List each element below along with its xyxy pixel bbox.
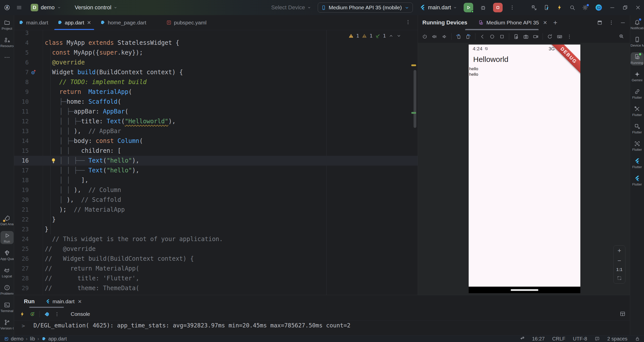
emulator-screen[interactable]: 4:24 3G Helloworld hellohello DEBUG xyxy=(469,45,580,293)
inspections-widget[interactable]: 1 1 1 xyxy=(348,33,401,39)
code-line-14[interactable]: 14 │ ├─body: const Column( xyxy=(14,136,418,146)
code-line-4[interactable]: 4class MyApp extends StatelessWidget { xyxy=(14,38,418,48)
gemini-disabled-icon[interactable] xyxy=(519,336,525,341)
code-line-19[interactable]: 19 │ │ ), // Column xyxy=(14,185,418,195)
code-editor[interactable]: 34class MyApp extends StatelessWidget {5… xyxy=(14,30,418,295)
console-chevron[interactable]: > xyxy=(22,323,25,329)
back-icon[interactable] xyxy=(479,34,485,40)
panel-layout-icon[interactable] xyxy=(597,20,603,26)
fit-to-window-button[interactable] xyxy=(617,276,622,282)
breadcrumb-lib[interactable]: lib xyxy=(30,336,35,342)
breadcrumb-app.dart[interactable]: app.dart xyxy=(42,336,67,342)
tool-app-quality-insights[interactable]: App Quality Insights xyxy=(1,248,14,261)
tool-flutter[interactable]: Flutter xyxy=(631,122,644,135)
code-line-21[interactable]: 21 ); // MaterialApp xyxy=(14,205,418,215)
overview-icon[interactable] xyxy=(499,34,505,40)
hot-reload-icon[interactable] xyxy=(19,311,25,317)
volume-up-icon[interactable] xyxy=(432,34,437,40)
tool-resources[interactable]: Resources xyxy=(1,35,14,49)
volume-down-icon[interactable] xyxy=(441,34,447,40)
code-line-20[interactable]: 20 │ ), // Scaffold xyxy=(14,195,418,205)
screenshot-icon[interactable] xyxy=(523,34,529,40)
project-widget[interactable]: D demo xyxy=(28,2,66,13)
more-actions-icon[interactable] xyxy=(509,5,515,11)
panel-options-icon[interactable] xyxy=(608,20,614,26)
override-gutter-icon[interactable] xyxy=(30,69,36,75)
prev-problem-icon[interactable] xyxy=(388,33,394,39)
tool-run[interactable]: Run xyxy=(1,231,14,244)
add-device-icon[interactable]: + xyxy=(553,19,557,27)
tool-version-control[interactable]: Version Control xyxy=(1,318,14,331)
dart-icon[interactable] xyxy=(44,311,50,317)
line-ending[interactable]: CRLF xyxy=(552,336,565,342)
cursor-position[interactable]: 16:27 xyxy=(532,336,545,342)
tool-flutter[interactable]: Flutter xyxy=(631,174,644,187)
code-line-5[interactable]: 5 const MyApp({super.key}); xyxy=(14,48,418,58)
code-line-8[interactable]: 8 // TODO: implement build xyxy=(14,77,418,87)
hide-panel-icon[interactable] xyxy=(620,20,626,26)
code-line-18[interactable]: 18 │ │ ], xyxy=(14,175,418,185)
zoom-mode-icon[interactable] xyxy=(618,33,624,39)
tool-flutter[interactable]: Flutter xyxy=(631,157,644,170)
tool-problems[interactable]: Problems xyxy=(1,283,14,296)
code-line-9[interactable]: 9 return MaterialApp( xyxy=(14,87,418,97)
select-device-dropdown[interactable]: Select Device xyxy=(271,4,311,11)
next-problem-icon[interactable] xyxy=(396,33,401,39)
code-line-22[interactable]: 22 } xyxy=(14,215,418,224)
code-line-24[interactable]: 24 // This widget is the root of your ap… xyxy=(14,234,418,244)
stop-button[interactable] xyxy=(493,3,503,12)
rotate-left-icon[interactable] xyxy=(456,34,461,40)
tool-dart-analysis[interactable]: Dart Analysis xyxy=(1,214,14,227)
scrollbar-thumb[interactable] xyxy=(414,70,416,128)
device-selector[interactable]: Medium Phone API 35 (mobile) xyxy=(318,3,413,13)
code-line-26[interactable]: 26// Widget build(BuildContext context) … xyxy=(14,254,418,264)
code-line-16[interactable]: 16 │ │ ├── Text("hello"), xyxy=(14,156,418,166)
home-circle-icon[interactable] xyxy=(489,34,495,40)
editor-scrollbar[interactable] xyxy=(413,55,417,128)
tab-home_page.dart[interactable]: home_page.dart xyxy=(96,15,151,30)
device-profile-icon[interactable] xyxy=(544,5,550,11)
main-menu-icon[interactable] xyxy=(16,5,22,11)
minimize-window-icon[interactable] xyxy=(609,5,615,11)
home-pill[interactable] xyxy=(511,289,538,291)
console-output[interactable]: > D/EGL_emulation( 4625): app_time_stats… xyxy=(14,320,630,335)
hot-reload-icon[interactable] xyxy=(556,5,562,11)
settings-icon[interactable] xyxy=(582,5,588,11)
close-run-tab-icon[interactable]: ✕ xyxy=(78,299,82,305)
hot-restart-icon[interactable] xyxy=(29,311,35,317)
code-line-10[interactable]: 10 ├─home: Scaffold( xyxy=(14,97,418,107)
power-icon[interactable] xyxy=(422,34,428,40)
tool-flutter[interactable]: Flutter xyxy=(631,104,644,118)
run-tab[interactable]: main.dart ✕ xyxy=(45,298,82,305)
tab-options-icon[interactable] xyxy=(405,19,411,25)
zoom-actual-button[interactable]: 1:1 xyxy=(616,268,623,272)
tab-pubspec.yaml[interactable]: pubspec.yaml xyxy=(162,15,211,30)
tool-notifications[interactable]: Notifications xyxy=(631,18,644,31)
tool-more-dots[interactable] xyxy=(1,53,14,62)
run-configuration[interactable]: main.dart xyxy=(419,4,457,11)
code-line-13[interactable]: 13 │ │ ), // AppBar xyxy=(14,126,418,136)
code-line-27[interactable]: 27// return MaterialApp( xyxy=(14,264,418,274)
tool-logcat[interactable]: Logcat xyxy=(1,266,14,279)
readonly-toggle-icon[interactable] xyxy=(635,336,640,341)
code-line-25[interactable]: 25// @override xyxy=(14,244,418,254)
avatar[interactable] xyxy=(595,4,602,11)
code-line-15[interactable]: 15 │ │ children: [ xyxy=(14,146,418,156)
attach-debugger-icon[interactable] xyxy=(531,5,537,11)
code-line-23[interactable]: 23} xyxy=(14,224,418,234)
debug-button[interactable] xyxy=(480,4,487,11)
tool-flutter[interactable]: Flutter xyxy=(631,139,644,152)
console-options-icon[interactable] xyxy=(54,311,60,317)
tab-main.dart[interactable]: main.dart xyxy=(14,15,53,30)
close-device-tab-icon[interactable]: ✕ xyxy=(543,20,547,26)
kebab-icon[interactable] xyxy=(567,34,572,40)
code-line-29[interactable]: 29// theme: ThemeData( xyxy=(14,283,418,293)
restore-window-icon[interactable] xyxy=(622,5,628,11)
rotate-right-icon[interactable] xyxy=(465,34,471,40)
inspections-status-icon[interactable] xyxy=(595,336,600,341)
search-everywhere-icon[interactable] xyxy=(569,5,575,11)
console-layout-icon[interactable] xyxy=(620,311,626,317)
code-line-7[interactable]: 7 Widget build(BuildContext context) { xyxy=(14,67,418,77)
tool-terminal[interactable]: Terminal xyxy=(1,300,14,314)
keyboard-icon[interactable] xyxy=(557,34,562,40)
